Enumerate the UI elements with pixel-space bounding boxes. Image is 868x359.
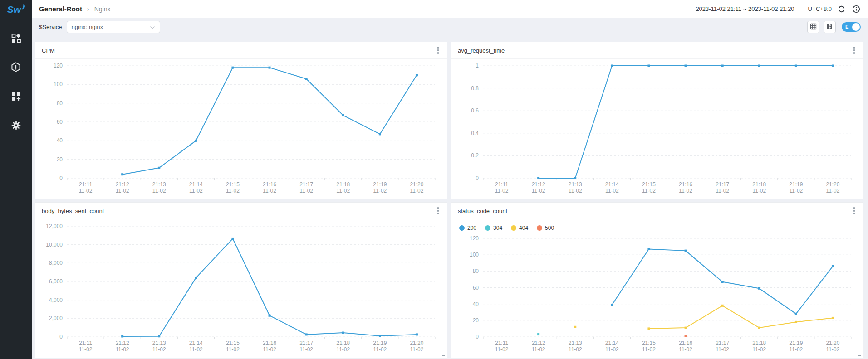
svg-text:21:11: 21:11: [79, 181, 92, 188]
svg-text:11-02: 11-02: [495, 346, 509, 353]
sidebar-item-settings[interactable]: [10, 120, 21, 131]
panel-title: CPM: [42, 47, 55, 54]
legend-item[interactable]: 404: [511, 225, 528, 231]
panel-menu-kebab-icon[interactable]: [852, 45, 857, 56]
legend-item[interactable]: 304: [485, 225, 502, 231]
chart-canvas[interactable]: 02040608010012021:1111-0221:1211-0221:13…: [35, 59, 447, 199]
top-header: General-Root › Nginx 2023-11-02 21:11 ~ …: [32, 0, 868, 18]
svg-text:11-02: 11-02: [532, 188, 545, 194]
svg-text:21:12: 21:12: [532, 181, 545, 188]
grid-icon: [810, 23, 817, 31]
resize-handle[interactable]: [442, 353, 445, 356]
resize-handle[interactable]: [442, 194, 445, 197]
panel-title: body_bytes_sent_count: [42, 208, 104, 214]
svg-text:11-02: 11-02: [299, 188, 313, 194]
svg-text:21:14: 21:14: [605, 181, 619, 188]
info-icon[interactable]: [852, 5, 861, 14]
svg-text:11-02: 11-02: [716, 188, 729, 194]
svg-text:21:17: 21:17: [299, 181, 313, 188]
panel-menu-kebab-icon[interactable]: [852, 205, 857, 216]
panel-header: CPM: [35, 42, 447, 59]
svg-text:80: 80: [473, 268, 479, 274]
svg-text:11-02: 11-02: [532, 346, 545, 353]
svg-text:21:20: 21:20: [410, 181, 423, 188]
resize-handle[interactable]: [858, 194, 861, 197]
svg-text:11-02: 11-02: [642, 188, 656, 194]
svg-text:21:11: 21:11: [495, 340, 508, 346]
sidebar-item-alerting[interactable]: [10, 62, 21, 73]
svg-text:11-02: 11-02: [410, 346, 424, 353]
svg-text:12,000: 12,000: [46, 223, 63, 229]
panel-header: body_bytes_sent_count: [35, 203, 447, 219]
svg-text:11-02: 11-02: [789, 188, 803, 194]
svg-text:21:15: 21:15: [642, 181, 656, 188]
svg-text:120: 120: [54, 63, 63, 69]
timezone-selector[interactable]: UTC+8:0: [808, 5, 832, 12]
svg-text:21:15: 21:15: [642, 340, 656, 346]
chart-legend: 200304404500: [451, 220, 863, 232]
panel-body-bytes-sent-count: body_bytes_sent_count 02,0004,0006,0008,…: [35, 202, 447, 358]
chart-canvas[interactable]: 00.20.40.60.8121:1111-0221:1211-0221:131…: [451, 59, 863, 199]
svg-text:21:15: 21:15: [226, 340, 240, 346]
svg-text:40: 40: [57, 137, 63, 144]
sidebar-nav: [10, 19, 21, 131]
service-selector-group: $Service nginx::nginx: [39, 21, 160, 33]
chevron-down-icon: [150, 23, 155, 31]
breadcrumb: General-Root › Nginx: [39, 5, 110, 13]
svg-text:21:12: 21:12: [116, 340, 129, 346]
svg-text:11-02: 11-02: [263, 346, 276, 353]
sidebar-item-dashboards[interactable]: [10, 33, 21, 44]
refresh-icon[interactable]: [837, 5, 846, 14]
svg-text:11-02: 11-02: [116, 188, 129, 194]
legend-item[interactable]: 500: [537, 225, 554, 231]
legend-label: 404: [519, 225, 528, 231]
svg-text:0.8: 0.8: [471, 85, 479, 92]
svg-text:21:19: 21:19: [373, 340, 387, 346]
svg-text:11-02: 11-02: [752, 346, 766, 353]
svg-text:11-02: 11-02: [152, 346, 166, 353]
dashboard-grid-icon: [11, 34, 21, 43]
svg-text:11-02: 11-02: [716, 346, 729, 353]
svg-text:21:14: 21:14: [189, 181, 203, 188]
breadcrumb-root[interactable]: General-Root: [39, 5, 82, 13]
svg-text:11-02: 11-02: [826, 346, 840, 353]
svg-text:21:12: 21:12: [532, 340, 545, 346]
svg-text:100: 100: [470, 252, 479, 258]
chart-canvas[interactable]: 02040608010012021:1111-0221:1211-0221:13…: [451, 232, 863, 358]
panel-title: avg_request_time: [458, 47, 505, 54]
time-range-picker[interactable]: 2023-11-02 21:11 ~ 2023-11-02 21:20: [696, 5, 794, 12]
skywalking-logo[interactable]: Sw: [0, 0, 32, 19]
chart-canvas[interactable]: 02,0004,0006,0008,00010,00012,00021:1111…: [35, 220, 447, 358]
panel-menu-kebab-icon[interactable]: [436, 205, 441, 216]
layout-grid-button[interactable]: [807, 21, 819, 33]
svg-text:20: 20: [57, 156, 63, 163]
edit-mode-toggle[interactable]: E: [842, 22, 861, 32]
svg-text:11-02: 11-02: [826, 188, 840, 194]
svg-text:8,000: 8,000: [49, 260, 63, 266]
svg-text:0: 0: [59, 175, 63, 181]
legend-item[interactable]: 200: [459, 225, 476, 231]
svg-text:21:18: 21:18: [752, 181, 766, 188]
svg-text:11-02: 11-02: [410, 188, 424, 194]
svg-text:11-02: 11-02: [373, 188, 387, 194]
svg-text:11-02: 11-02: [605, 188, 619, 194]
service-select[interactable]: nginx::nginx: [67, 21, 160, 33]
legend-label: 500: [545, 225, 554, 231]
panel-header: status_code_count: [451, 203, 863, 219]
svg-text:0: 0: [59, 334, 63, 340]
svg-text:11-02: 11-02: [79, 188, 93, 194]
sidebar-item-marketplace[interactable]: [10, 91, 21, 102]
svg-text:0.2: 0.2: [471, 152, 479, 159]
save-floppy-icon: [826, 23, 833, 31]
svg-text:11-02: 11-02: [226, 188, 240, 194]
svg-text:11-02: 11-02: [679, 188, 692, 194]
svg-text:21:20: 21:20: [826, 340, 839, 346]
svg-text:60: 60: [57, 119, 63, 125]
panel-body: 02040608010012021:1111-0221:1211-0221:13…: [35, 59, 447, 199]
svg-text:21:18: 21:18: [752, 340, 766, 346]
dashboard-grid: CPM 02040608010012021:1111-0221:1211-022…: [32, 36, 868, 359]
legend-label: 200: [467, 225, 476, 231]
panel-menu-kebab-icon[interactable]: [436, 45, 441, 56]
save-button[interactable]: [824, 21, 836, 33]
resize-handle[interactable]: [858, 353, 861, 356]
